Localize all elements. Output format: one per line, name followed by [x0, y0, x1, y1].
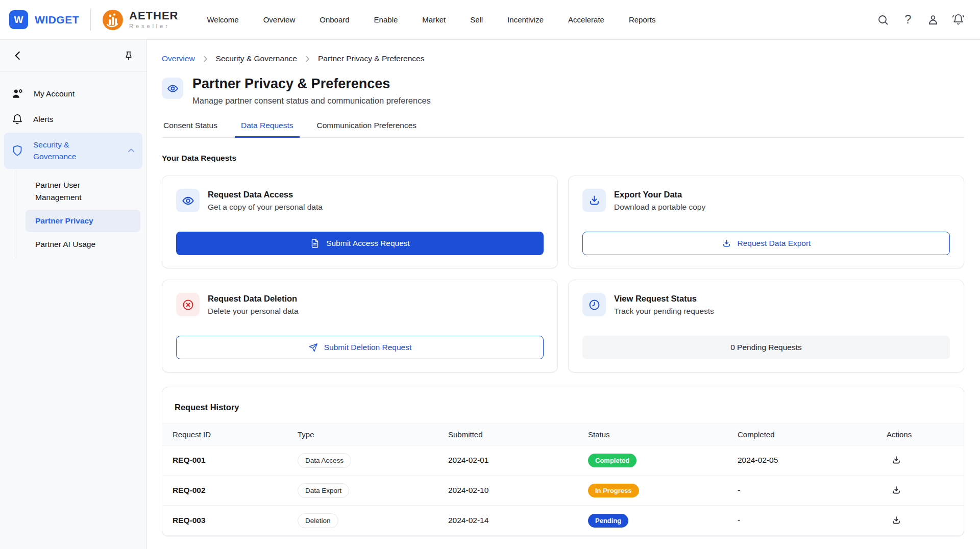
card-subtitle: Get a copy of your personal data	[208, 203, 323, 212]
aether-name: AETHER	[129, 10, 178, 21]
aether-brand: AETHER Reseller	[102, 9, 178, 31]
col-submitted: Submitted	[448, 430, 588, 439]
completed-date: 2024-02-05	[738, 456, 887, 465]
card-title: Export Your Data	[614, 190, 705, 199]
submitted-date: 2024-02-14	[448, 516, 588, 525]
request-id: REQ-002	[173, 486, 298, 495]
request-data-export-button[interactable]: Request Data Export	[582, 232, 950, 255]
status-badge: Completed	[588, 454, 636, 467]
table-row: REQ-002 Data Export 2024-02-10 In Progre…	[162, 476, 964, 506]
request-history-title: Request History	[162, 387, 964, 423]
tab-communication-preferences[interactable]: Communication Preferences	[316, 117, 418, 137]
clock-icon	[582, 293, 606, 316]
download-icon	[722, 239, 731, 248]
brand-divider	[90, 9, 91, 31]
top-bar: W WIDGET AETHER Reseller Welcome Ove	[0, 0, 980, 40]
request-history-panel: Request History Request ID Type Submitte…	[162, 387, 964, 536]
nav-enable[interactable]: Enable	[374, 15, 398, 24]
table-row: REQ-001 Data Access 2024-02-01 Completed…	[162, 445, 964, 476]
sidebar-item-security-governance[interactable]: Security & Governance	[4, 133, 142, 169]
status-badge: Pending	[588, 514, 628, 528]
sidebar-item-label: Alerts	[33, 113, 54, 125]
sidebar-item-my-account[interactable]: My Account	[4, 81, 142, 106]
type-badge: Data Export	[298, 483, 349, 498]
col-actions: Actions	[887, 430, 953, 439]
breadcrumb-overview[interactable]: Overview	[162, 54, 195, 63]
table-row: REQ-003 Deletion 2024-02-14 Pending -	[162, 506, 964, 536]
sidebar-item-partner-ai-usage[interactable]: Partner AI Usage	[26, 233, 140, 256]
submit-access-request-button[interactable]: Submit Access Request	[176, 232, 544, 255]
table-header: Request ID Type Submitted Status Complet…	[162, 423, 964, 445]
pending-requests-counter: 0 Pending Requests	[582, 336, 950, 359]
eye-icon	[176, 189, 200, 212]
col-status: Status	[588, 430, 738, 439]
card-subtitle: Download a portable copy	[614, 203, 705, 212]
chevron-right-icon	[303, 55, 312, 63]
shield-icon	[11, 144, 23, 157]
primary-nav: Welcome Overview Onboard Enable Market S…	[207, 15, 655, 24]
sidebar-back-button[interactable]	[11, 49, 24, 62]
type-badge: Deletion	[298, 513, 338, 528]
sidebar-item-alerts[interactable]: Alerts	[4, 107, 142, 132]
nav-overview[interactable]: Overview	[263, 15, 296, 24]
download-icon	[582, 189, 606, 212]
data-request-cards: Request Data Access Get a copy of your p…	[162, 176, 964, 372]
help-icon[interactable]: ?	[901, 13, 915, 27]
download-icon[interactable]	[890, 514, 903, 527]
col-request-id: Request ID	[173, 430, 298, 439]
card-request-data-deletion: Request Data Deletion Delete your person…	[162, 280, 558, 372]
card-subtitle: Track your pending requests	[614, 307, 714, 316]
x-circle-icon	[176, 293, 200, 316]
nav-incentivize[interactable]: Incentivize	[507, 15, 544, 24]
page-subtitle: Manage partner consent status and commun…	[192, 96, 431, 106]
notifications-bell-icon[interactable]	[951, 13, 965, 27]
user-icon[interactable]	[926, 13, 940, 27]
aether-subtitle: Reseller	[129, 23, 178, 29]
sidebar: My Account Alerts Security & Governan	[0, 40, 147, 549]
chevron-right-icon	[201, 55, 210, 63]
nav-reports[interactable]: Reports	[629, 15, 656, 24]
request-id: REQ-003	[173, 516, 298, 525]
tab-data-requests[interactable]: Data Requests	[240, 117, 295, 137]
card-title: Request Data Access	[208, 190, 323, 199]
download-icon[interactable]	[890, 454, 903, 467]
nav-market[interactable]: Market	[422, 15, 446, 24]
card-view-request-status: View Request Status Track your pending r…	[568, 280, 964, 372]
section-title: Your Data Requests	[162, 154, 964, 163]
chevron-up-icon	[126, 145, 136, 156]
status-badge: In Progress	[588, 484, 639, 497]
sidebar-item-partner-privacy[interactable]: Partner Privacy	[26, 210, 140, 232]
breadcrumb-security-governance[interactable]: Security & Governance	[216, 54, 297, 63]
tab-consent-status[interactable]: Consent Status	[162, 117, 218, 137]
completed-date: -	[738, 516, 887, 525]
main-content: Overview Security & Governance Partner P…	[147, 40, 980, 549]
request-id: REQ-001	[173, 456, 298, 465]
sidebar-sublist: Partner User Management Partner Privacy …	[16, 170, 146, 259]
sidebar-menu: My Account Alerts Security & Governan	[0, 72, 146, 259]
breadcrumb-current: Partner Privacy & Preferences	[318, 54, 424, 63]
sidebar-item-label: My Account	[34, 88, 75, 99]
type-badge: Data Access	[298, 453, 351, 468]
send-icon	[308, 343, 318, 353]
user-gear-icon	[11, 87, 24, 100]
col-type: Type	[298, 430, 448, 439]
file-text-icon	[310, 238, 320, 248]
nav-accelerate[interactable]: Accelerate	[568, 15, 604, 24]
nav-sell[interactable]: Sell	[470, 15, 483, 24]
page-title: Partner Privacy & Preferences	[192, 76, 431, 92]
submit-deletion-request-button[interactable]: Submit Deletion Request	[176, 336, 544, 359]
card-title: View Request Status	[614, 294, 714, 304]
nav-welcome[interactable]: Welcome	[207, 15, 238, 24]
pin-sidebar-icon[interactable]	[123, 50, 134, 61]
nav-onboard[interactable]: Onboard	[320, 15, 349, 24]
card-title: Request Data Deletion	[208, 294, 299, 304]
button-label: Request Data Export	[738, 239, 811, 248]
widget-logo-text: WIDGET	[35, 14, 79, 26]
widget-logo-icon: W	[9, 10, 28, 29]
download-icon[interactable]	[890, 484, 903, 497]
card-request-data-access: Request Data Access Get a copy of your p…	[162, 176, 558, 268]
search-icon[interactable]	[876, 13, 890, 27]
page-header: Partner Privacy & Preferences Manage par…	[162, 76, 964, 106]
widget-brand[interactable]: W WIDGET	[9, 10, 79, 29]
sidebar-item-partner-user-management[interactable]: Partner User Management	[26, 174, 133, 209]
